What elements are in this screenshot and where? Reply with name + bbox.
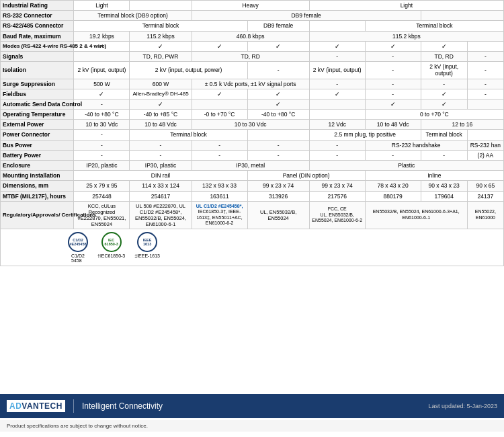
row-label: RS-422/485 Connector bbox=[1, 21, 74, 31]
cell: - bbox=[74, 150, 130, 160]
row-label: Signals bbox=[1, 51, 74, 61]
table-row: Fieldbus ✓ Allen-Bradley® DH-485 ✓ ✓ ✓ -… bbox=[1, 89, 504, 99]
cell: 99 x 23 x 74 bbox=[309, 181, 365, 191]
cell: 2 kV (input, output) bbox=[421, 62, 467, 79]
cell bbox=[192, 99, 247, 109]
cell: Heavy bbox=[192, 1, 309, 11]
row-label: Isolation bbox=[1, 62, 74, 79]
footer: ADVANTECH Intelligent Connectivity Last … bbox=[0, 394, 504, 418]
table-row: Industrial Rating Light Heavy Light bbox=[1, 1, 504, 11]
cell: 19.2 kbps bbox=[74, 31, 130, 41]
cell: - bbox=[467, 51, 503, 61]
cell: Terminal block bbox=[421, 130, 467, 140]
cell: Allen-Bradley® DH-485 bbox=[130, 89, 192, 99]
cell: 880179 bbox=[365, 191, 421, 201]
row-label: External Power bbox=[1, 120, 74, 130]
cell: Inline bbox=[365, 171, 503, 181]
cell: Light bbox=[74, 1, 130, 11]
cell: -0 to +70 °C bbox=[192, 110, 247, 120]
cell: -40 to +85 °C bbox=[130, 110, 192, 120]
cell: 25 x 79 x 95 bbox=[74, 181, 130, 191]
cell bbox=[467, 41, 503, 51]
cell: - bbox=[309, 51, 365, 61]
cell: 460.8 kbps bbox=[192, 31, 309, 41]
table-row: Enclosure IP20, plastic IP30, plastic IP… bbox=[1, 161, 504, 171]
cell: - bbox=[365, 150, 421, 160]
cell: 10 to 30 Vdc bbox=[192, 120, 309, 130]
cell: 179604 bbox=[421, 191, 467, 201]
cell: 24137 bbox=[467, 191, 503, 201]
cell bbox=[247, 130, 309, 140]
cell: - bbox=[74, 99, 130, 109]
cell: - bbox=[74, 140, 130, 150]
cell: FCC, CEUL, EN55032/B, EN55024, EN61000-6… bbox=[309, 201, 365, 229]
table-row: RS-232 Connector Terminal block (DB9 opt… bbox=[1, 11, 504, 21]
c1d2-label: C1/D25458 bbox=[71, 253, 85, 263]
cell: UL, EN55032/B, EN55024 bbox=[247, 201, 309, 229]
cell: 78 x 43 x 20 bbox=[365, 181, 421, 191]
cell: 313926 bbox=[247, 191, 309, 201]
divider bbox=[73, 399, 74, 413]
footer-date: Last updated: 5-Jan-2023 bbox=[428, 403, 497, 409]
cell: TD, RD bbox=[421, 51, 467, 61]
table-row: Automatic Send Data Control - ✓ ✓ ✓ ✓ bbox=[1, 99, 504, 109]
table-row: MTBF (MIL217F), hours 257448 254617 1636… bbox=[1, 191, 504, 201]
cell: - bbox=[421, 150, 467, 160]
cell: Light bbox=[309, 1, 503, 11]
footer-tagline: Intelligent Connectivity bbox=[82, 401, 163, 411]
cell: - bbox=[365, 79, 421, 89]
cell: 115.2 kbps bbox=[309, 31, 503, 41]
cell: ± 0.5 k Vdc ports, ±1 kV signal ports bbox=[192, 79, 309, 89]
cert-icon-ieee: IEEE1613 ‡IEEE-1613 bbox=[134, 232, 160, 263]
cell: - bbox=[309, 150, 365, 160]
cell bbox=[467, 130, 503, 140]
cell: 12 to 16 bbox=[421, 120, 503, 130]
table-row: Operating Temperature -40 to +80 °C -40 … bbox=[1, 110, 504, 120]
cell: Terminal block bbox=[365, 21, 503, 31]
cert-icon-iec: IEC61850-3 †IEC61850-3 bbox=[97, 232, 125, 263]
cell bbox=[130, 1, 192, 11]
cell: Terminal block bbox=[74, 21, 247, 31]
cell: 10 to 48 Vdc bbox=[365, 120, 421, 130]
cell: Plastic bbox=[309, 161, 503, 171]
row-label: Fieldbus bbox=[1, 89, 74, 99]
cell: RS-232 handshake bbox=[365, 140, 467, 150]
cell: - bbox=[192, 150, 247, 160]
cell: 257448 bbox=[74, 191, 130, 201]
cell: - bbox=[421, 79, 467, 89]
cell: - bbox=[130, 150, 192, 160]
cell: ✓ bbox=[309, 41, 365, 51]
cell: - bbox=[467, 79, 503, 89]
cell: - bbox=[247, 150, 309, 160]
cell: 500 W bbox=[74, 79, 130, 89]
table-row: Dimensions, mm 25 x 79 x 95 114 x 33 x 1… bbox=[1, 181, 504, 191]
table-row: Signals TD, RD, PWR TD, RD - - TD, RD - bbox=[1, 51, 504, 61]
cell: (2) AA bbox=[467, 150, 503, 160]
iec-icon: IEC61850-3 bbox=[101, 232, 122, 252]
table-row: Mounting Installation DIN rail Panel (DI… bbox=[1, 171, 504, 181]
table-row: External Power 10 to 30 Vdc 10 to 48 Vdc… bbox=[1, 120, 504, 130]
cell: IP30, plastic bbox=[130, 161, 192, 171]
cell: Terminal block bbox=[130, 130, 247, 140]
cell: DB9 female bbox=[247, 21, 309, 31]
cell: KCC, cULus Recognized #E222870, EN55021,… bbox=[74, 201, 130, 229]
cell: - bbox=[365, 62, 421, 79]
cell: Terminal block (DB9 option) bbox=[74, 11, 192, 21]
table-row: Isolation 2 kV (input, output) 2 kV (inp… bbox=[1, 62, 504, 79]
cell: ✓ bbox=[192, 41, 247, 51]
brand-logo: ADVANTECH bbox=[7, 400, 65, 412]
cell: 90 x 43 x 23 bbox=[421, 181, 467, 191]
cell: 217576 bbox=[309, 191, 365, 201]
cell: ✓ bbox=[130, 99, 192, 109]
cell: ✓ bbox=[421, 41, 467, 51]
cell: - bbox=[365, 89, 421, 99]
cell: ✓ bbox=[74, 89, 130, 99]
ieee-icon: IEEE1613 bbox=[137, 232, 157, 252]
cell: -40 to +80 °C bbox=[74, 110, 130, 120]
brand-text: ADVANTECH bbox=[7, 400, 65, 412]
cell bbox=[309, 21, 365, 31]
cell bbox=[309, 110, 365, 120]
cell: DB9 female bbox=[192, 11, 421, 21]
cell: ✓ bbox=[309, 89, 365, 99]
cell: - bbox=[247, 140, 309, 150]
